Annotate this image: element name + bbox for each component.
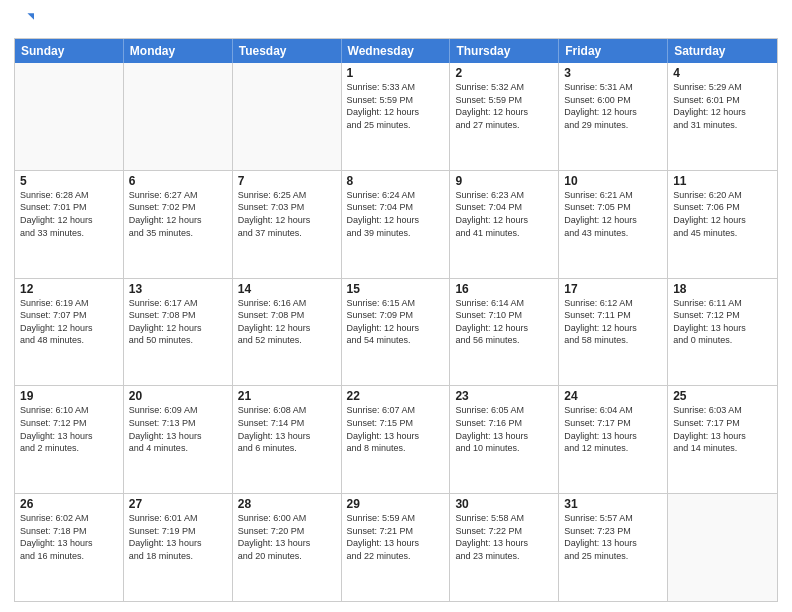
day-cell: 22Sunrise: 6:07 AM Sunset: 7:15 PM Dayli… bbox=[342, 386, 451, 493]
day-cell: 10Sunrise: 6:21 AM Sunset: 7:05 PM Dayli… bbox=[559, 171, 668, 278]
day-info: Sunrise: 5:29 AM Sunset: 6:01 PM Dayligh… bbox=[673, 81, 772, 131]
day-cell: 24Sunrise: 6:04 AM Sunset: 7:17 PM Dayli… bbox=[559, 386, 668, 493]
day-header-saturday: Saturday bbox=[668, 39, 777, 63]
logo bbox=[14, 10, 34, 32]
day-number: 18 bbox=[673, 282, 772, 296]
day-cell: 12Sunrise: 6:19 AM Sunset: 7:07 PM Dayli… bbox=[15, 279, 124, 386]
day-info: Sunrise: 6:11 AM Sunset: 7:12 PM Dayligh… bbox=[673, 297, 772, 347]
day-info: Sunrise: 6:09 AM Sunset: 7:13 PM Dayligh… bbox=[129, 404, 227, 454]
day-number: 14 bbox=[238, 282, 336, 296]
day-info: Sunrise: 5:59 AM Sunset: 7:21 PM Dayligh… bbox=[347, 512, 445, 562]
day-cell: 6Sunrise: 6:27 AM Sunset: 7:02 PM Daylig… bbox=[124, 171, 233, 278]
calendar-page: SundayMondayTuesdayWednesdayThursdayFrid… bbox=[0, 0, 792, 612]
day-info: Sunrise: 5:57 AM Sunset: 7:23 PM Dayligh… bbox=[564, 512, 662, 562]
day-cell: 9Sunrise: 6:23 AM Sunset: 7:04 PM Daylig… bbox=[450, 171, 559, 278]
day-number: 12 bbox=[20, 282, 118, 296]
day-cell: 21Sunrise: 6:08 AM Sunset: 7:14 PM Dayli… bbox=[233, 386, 342, 493]
day-header-tuesday: Tuesday bbox=[233, 39, 342, 63]
week-row-2: 5Sunrise: 6:28 AM Sunset: 7:01 PM Daylig… bbox=[15, 170, 777, 278]
day-number: 13 bbox=[129, 282, 227, 296]
calendar: SundayMondayTuesdayWednesdayThursdayFrid… bbox=[14, 38, 778, 602]
day-number: 23 bbox=[455, 389, 553, 403]
day-info: Sunrise: 6:08 AM Sunset: 7:14 PM Dayligh… bbox=[238, 404, 336, 454]
day-info: Sunrise: 6:15 AM Sunset: 7:09 PM Dayligh… bbox=[347, 297, 445, 347]
day-cell: 3Sunrise: 5:31 AM Sunset: 6:00 PM Daylig… bbox=[559, 63, 668, 170]
day-headers: SundayMondayTuesdayWednesdayThursdayFrid… bbox=[15, 39, 777, 63]
day-info: Sunrise: 6:02 AM Sunset: 7:18 PM Dayligh… bbox=[20, 512, 118, 562]
day-cell: 13Sunrise: 6:17 AM Sunset: 7:08 PM Dayli… bbox=[124, 279, 233, 386]
day-info: Sunrise: 6:19 AM Sunset: 7:07 PM Dayligh… bbox=[20, 297, 118, 347]
day-cell: 2Sunrise: 5:32 AM Sunset: 5:59 PM Daylig… bbox=[450, 63, 559, 170]
day-number: 3 bbox=[564, 66, 662, 80]
day-number: 16 bbox=[455, 282, 553, 296]
day-info: Sunrise: 6:23 AM Sunset: 7:04 PM Dayligh… bbox=[455, 189, 553, 239]
day-info: Sunrise: 6:10 AM Sunset: 7:12 PM Dayligh… bbox=[20, 404, 118, 454]
day-info: Sunrise: 6:14 AM Sunset: 7:10 PM Dayligh… bbox=[455, 297, 553, 347]
day-number: 8 bbox=[347, 174, 445, 188]
day-cell: 5Sunrise: 6:28 AM Sunset: 7:01 PM Daylig… bbox=[15, 171, 124, 278]
day-number: 4 bbox=[673, 66, 772, 80]
day-info: Sunrise: 5:33 AM Sunset: 5:59 PM Dayligh… bbox=[347, 81, 445, 131]
day-cell: 31Sunrise: 5:57 AM Sunset: 7:23 PM Dayli… bbox=[559, 494, 668, 601]
day-number: 17 bbox=[564, 282, 662, 296]
day-number: 29 bbox=[347, 497, 445, 511]
day-cell: 30Sunrise: 5:58 AM Sunset: 7:22 PM Dayli… bbox=[450, 494, 559, 601]
day-cell: 23Sunrise: 6:05 AM Sunset: 7:16 PM Dayli… bbox=[450, 386, 559, 493]
day-number: 5 bbox=[20, 174, 118, 188]
day-number: 15 bbox=[347, 282, 445, 296]
week-row-5: 26Sunrise: 6:02 AM Sunset: 7:18 PM Dayli… bbox=[15, 493, 777, 601]
day-info: Sunrise: 6:27 AM Sunset: 7:02 PM Dayligh… bbox=[129, 189, 227, 239]
logo-icon bbox=[16, 10, 34, 28]
day-cell: 29Sunrise: 5:59 AM Sunset: 7:21 PM Dayli… bbox=[342, 494, 451, 601]
day-number: 7 bbox=[238, 174, 336, 188]
svg-marker-0 bbox=[27, 13, 34, 20]
day-cell: 19Sunrise: 6:10 AM Sunset: 7:12 PM Dayli… bbox=[15, 386, 124, 493]
day-cell: 25Sunrise: 6:03 AM Sunset: 7:17 PM Dayli… bbox=[668, 386, 777, 493]
day-number: 26 bbox=[20, 497, 118, 511]
day-cell: 14Sunrise: 6:16 AM Sunset: 7:08 PM Dayli… bbox=[233, 279, 342, 386]
day-header-friday: Friday bbox=[559, 39, 668, 63]
day-number: 31 bbox=[564, 497, 662, 511]
day-info: Sunrise: 5:31 AM Sunset: 6:00 PM Dayligh… bbox=[564, 81, 662, 131]
day-cell: 16Sunrise: 6:14 AM Sunset: 7:10 PM Dayli… bbox=[450, 279, 559, 386]
day-number: 28 bbox=[238, 497, 336, 511]
day-number: 22 bbox=[347, 389, 445, 403]
day-info: Sunrise: 6:07 AM Sunset: 7:15 PM Dayligh… bbox=[347, 404, 445, 454]
day-number: 2 bbox=[455, 66, 553, 80]
day-info: Sunrise: 6:17 AM Sunset: 7:08 PM Dayligh… bbox=[129, 297, 227, 347]
day-info: Sunrise: 6:03 AM Sunset: 7:17 PM Dayligh… bbox=[673, 404, 772, 454]
day-number: 30 bbox=[455, 497, 553, 511]
day-cell: 17Sunrise: 6:12 AM Sunset: 7:11 PM Dayli… bbox=[559, 279, 668, 386]
day-cell: 28Sunrise: 6:00 AM Sunset: 7:20 PM Dayli… bbox=[233, 494, 342, 601]
day-cell: 8Sunrise: 6:24 AM Sunset: 7:04 PM Daylig… bbox=[342, 171, 451, 278]
day-cell: 20Sunrise: 6:09 AM Sunset: 7:13 PM Dayli… bbox=[124, 386, 233, 493]
day-info: Sunrise: 6:04 AM Sunset: 7:17 PM Dayligh… bbox=[564, 404, 662, 454]
day-number: 27 bbox=[129, 497, 227, 511]
weeks: 1Sunrise: 5:33 AM Sunset: 5:59 PM Daylig… bbox=[15, 63, 777, 601]
day-info: Sunrise: 6:24 AM Sunset: 7:04 PM Dayligh… bbox=[347, 189, 445, 239]
day-number: 20 bbox=[129, 389, 227, 403]
day-header-thursday: Thursday bbox=[450, 39, 559, 63]
day-header-sunday: Sunday bbox=[15, 39, 124, 63]
day-info: Sunrise: 6:01 AM Sunset: 7:19 PM Dayligh… bbox=[129, 512, 227, 562]
day-header-wednesday: Wednesday bbox=[342, 39, 451, 63]
day-info: Sunrise: 5:32 AM Sunset: 5:59 PM Dayligh… bbox=[455, 81, 553, 131]
day-info: Sunrise: 5:58 AM Sunset: 7:22 PM Dayligh… bbox=[455, 512, 553, 562]
day-number: 1 bbox=[347, 66, 445, 80]
day-info: Sunrise: 6:00 AM Sunset: 7:20 PM Dayligh… bbox=[238, 512, 336, 562]
day-info: Sunrise: 6:12 AM Sunset: 7:11 PM Dayligh… bbox=[564, 297, 662, 347]
day-number: 24 bbox=[564, 389, 662, 403]
week-row-4: 19Sunrise: 6:10 AM Sunset: 7:12 PM Dayli… bbox=[15, 385, 777, 493]
week-row-1: 1Sunrise: 5:33 AM Sunset: 5:59 PM Daylig… bbox=[15, 63, 777, 170]
day-cell: 15Sunrise: 6:15 AM Sunset: 7:09 PM Dayli… bbox=[342, 279, 451, 386]
day-cell: 11Sunrise: 6:20 AM Sunset: 7:06 PM Dayli… bbox=[668, 171, 777, 278]
day-cell bbox=[668, 494, 777, 601]
day-info: Sunrise: 6:21 AM Sunset: 7:05 PM Dayligh… bbox=[564, 189, 662, 239]
day-cell: 4Sunrise: 5:29 AM Sunset: 6:01 PM Daylig… bbox=[668, 63, 777, 170]
day-info: Sunrise: 6:28 AM Sunset: 7:01 PM Dayligh… bbox=[20, 189, 118, 239]
day-number: 25 bbox=[673, 389, 772, 403]
day-cell bbox=[15, 63, 124, 170]
week-row-3: 12Sunrise: 6:19 AM Sunset: 7:07 PM Dayli… bbox=[15, 278, 777, 386]
header bbox=[14, 10, 778, 32]
day-cell: 1Sunrise: 5:33 AM Sunset: 5:59 PM Daylig… bbox=[342, 63, 451, 170]
